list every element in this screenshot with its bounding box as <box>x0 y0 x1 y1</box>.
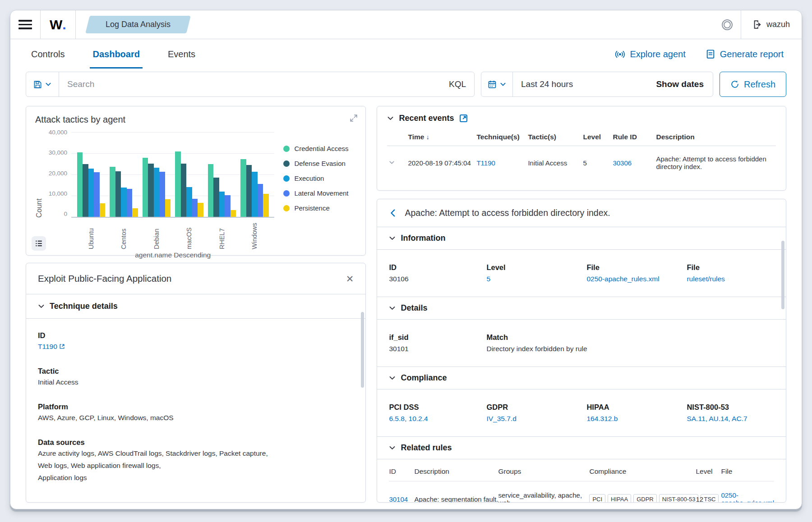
open-external-icon[interactable] <box>459 114 468 123</box>
bar-execution[interactable] <box>121 188 127 217</box>
save-icon <box>33 80 42 89</box>
bar-execution[interactable] <box>186 187 192 217</box>
bar-persistence[interactable] <box>100 203 106 217</box>
expand-chart-button[interactable] <box>349 114 358 123</box>
bar-persistence[interactable] <box>165 199 171 217</box>
event-rule-id-link[interactable]: 30306 <box>613 159 632 167</box>
related-rules-accordion[interactable]: Related rules <box>377 436 786 459</box>
legend-item-execution[interactable]: Execution <box>283 174 356 182</box>
related-rule-file-link[interactable]: 0250-apache_rules.xml <box>721 491 774 503</box>
x-axis-title: agent.name Descending <box>71 251 274 259</box>
saved-queries-button[interactable] <box>26 72 59 96</box>
rule-path-link[interactable]: ruleset/rules <box>687 275 724 283</box>
tab-events[interactable]: Events <box>165 40 198 69</box>
bar-group-centos <box>109 132 138 217</box>
nist-link[interactable]: SA.11, AU.14, AC.7 <box>687 415 747 422</box>
bar-group-ubuntu <box>77 132 106 217</box>
bar-lateral-movement[interactable] <box>94 172 100 217</box>
bar-defense-evasion[interactable] <box>83 164 88 217</box>
legend-label: Persistence <box>294 204 329 212</box>
bar-execution[interactable] <box>88 169 94 217</box>
bar-defense-evasion[interactable] <box>246 165 252 217</box>
bar-execution[interactable] <box>219 192 225 217</box>
bar-lateral-movement[interactable] <box>127 189 133 217</box>
top-navbar: W. Log Data Analysis wazuh <box>10 10 802 39</box>
bar-defense-evasion[interactable] <box>115 171 121 217</box>
technique-details-accordion[interactable]: Technique details <box>26 294 365 319</box>
bar-defense-evasion[interactable] <box>181 164 187 217</box>
col-technique: Technique(s) <box>475 128 526 146</box>
pci-link[interactable]: 6.5.8, 10.2.4 <box>389 415 428 422</box>
scrollbar-thumb[interactable] <box>361 312 364 388</box>
breadcrumb-label: Log Data Analysis <box>106 20 171 29</box>
legend-toggle-button[interactable] <box>32 236 46 251</box>
bar-credential-access[interactable] <box>110 167 115 217</box>
account-menu-button[interactable]: wazuh <box>741 10 802 39</box>
tab-dashboard[interactable]: Dashboard <box>90 40 142 69</box>
bar-credential-access[interactable] <box>77 152 83 217</box>
bar-persistence[interactable] <box>198 203 203 217</box>
kql-toggle[interactable]: KQL <box>441 72 474 96</box>
hipaa-link[interactable]: 164.312.b <box>586 415 618 422</box>
bar-lateral-movement[interactable] <box>192 199 198 217</box>
event-time: 2020-08-19 07:45:04 <box>406 146 475 175</box>
bar-persistence[interactable] <box>263 194 269 217</box>
rr-col-compliance: Compliance <box>589 467 696 476</box>
bar-lateral-movement[interactable] <box>225 195 231 217</box>
related-rule-id-link[interactable]: 30104 <box>389 495 408 503</box>
details-accordion[interactable]: Details <box>377 297 786 320</box>
legend-item-defense-evasion[interactable]: Defense Evasion <box>283 160 356 167</box>
legend-item-lateral-movement[interactable]: Lateral Movement <box>283 189 356 197</box>
bar-lateral-movement[interactable] <box>159 172 165 217</box>
chevron-down-icon <box>500 81 506 87</box>
bar-defense-evasion[interactable] <box>213 178 219 217</box>
bar-persistence[interactable] <box>132 208 138 217</box>
health-status-button[interactable] <box>714 10 741 39</box>
menu-button[interactable] <box>10 10 40 39</box>
bar-execution[interactable] <box>154 168 160 217</box>
ring-icon <box>722 19 733 30</box>
bar-credential-access[interactable] <box>175 151 181 217</box>
rr-col-description: Description <box>414 467 498 476</box>
legend-swatch <box>283 205 290 211</box>
compliance-badge: PCI <box>589 494 605 503</box>
level-link[interactable]: 5 <box>486 275 490 283</box>
rr-col-groups: Groups <box>498 467 589 476</box>
bar-credential-access[interactable] <box>208 164 214 217</box>
bar-credential-access[interactable] <box>143 158 148 217</box>
recent-events-accordion[interactable]: Recent events <box>387 114 467 123</box>
legend-item-credential-access[interactable]: Credential Access <box>283 145 356 152</box>
generate-report-button[interactable]: Generate report <box>706 49 784 60</box>
technique-title: Exploit Public-Facing Application <box>38 273 171 284</box>
y-tick-label: 40,000 <box>49 129 67 136</box>
bar-credential-access[interactable] <box>240 159 246 217</box>
x-tick-label: macOS <box>185 220 193 249</box>
search-input[interactable] <box>59 72 441 96</box>
scrollbar-thumb[interactable] <box>781 241 784 309</box>
calendar-button[interactable] <box>481 72 513 96</box>
tab-controls[interactable]: Controls <box>28 40 67 69</box>
legend-label: Lateral Movement <box>294 189 348 197</box>
bar-defense-evasion[interactable] <box>148 164 154 217</box>
breadcrumb[interactable]: Log Data Analysis <box>85 16 191 33</box>
gdpr-link[interactable]: IV_35.7.d <box>486 415 516 422</box>
technique-id-link[interactable]: T1190 <box>38 343 57 350</box>
event-technique-link[interactable]: T1190 <box>476 159 495 167</box>
bar-persistence[interactable] <box>231 210 236 217</box>
row-expand-button[interactable] <box>389 160 395 165</box>
back-button[interactable] <box>389 209 397 217</box>
refresh-button[interactable]: Refresh <box>720 72 786 97</box>
col-time[interactable]: Time ↓ <box>406 128 475 146</box>
information-accordion[interactable]: Information <box>377 227 786 250</box>
event-row: 2020-08-19 07:45:04 T1190 Initial Access… <box>387 146 776 175</box>
bar-execution[interactable] <box>252 172 258 217</box>
bar-lateral-movement[interactable] <box>258 184 263 217</box>
show-dates-button[interactable]: Show dates <box>647 79 713 89</box>
time-range-value[interactable]: Last 24 hours <box>513 79 581 89</box>
wazuh-logo[interactable]: W. <box>41 10 75 39</box>
compliance-accordion[interactable]: Compliance <box>377 366 786 389</box>
close-icon[interactable]: ✕ <box>346 274 354 284</box>
explore-agent-button[interactable]: Explore agent <box>615 49 685 60</box>
legend-item-persistence[interactable]: Persistence <box>283 204 356 212</box>
rule-file-link[interactable]: 0250-apache_rules.xml <box>586 275 659 283</box>
